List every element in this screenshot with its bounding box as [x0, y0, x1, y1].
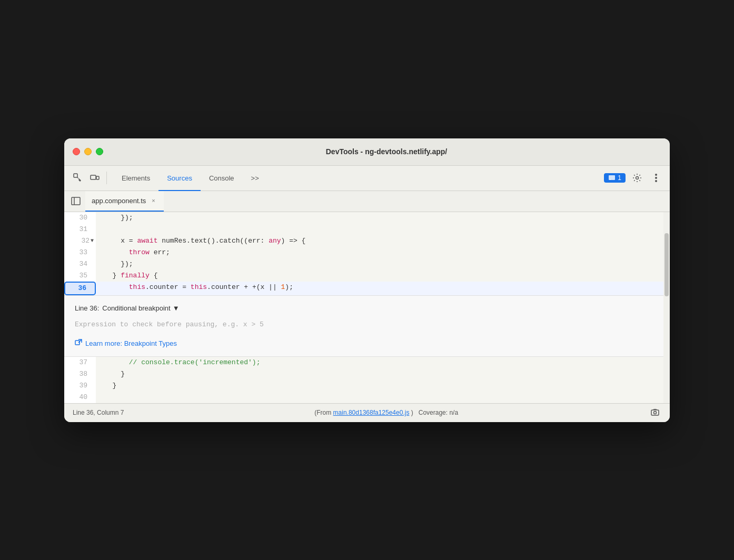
editor-container: 30 }); 31 32 ▼ x = await numRes.text().c…	[64, 212, 670, 403]
status-source-info: (From main.80d1368fa125e4e0.js ) Coverag…	[124, 409, 649, 416]
line-number-36: 36	[64, 282, 96, 295]
svg-rect-11	[651, 410, 659, 415]
code-line-31: 31	[64, 224, 663, 235]
inspect-icon	[73, 173, 83, 183]
minimize-button[interactable]	[84, 148, 92, 155]
external-link-icon	[75, 339, 82, 348]
svg-rect-0	[74, 174, 77, 177]
more-menu-icon	[655, 174, 657, 182]
status-coverage: Coverage: n/a	[419, 409, 458, 416]
line-content-39: }	[96, 380, 663, 392]
code-line-39: 39 }	[64, 380, 663, 392]
device-toolbar-button[interactable]	[87, 171, 102, 185]
breakpoint-panel: Line 36: Conditional breakpoint ▼ Learn	[64, 295, 663, 357]
screenshot-button[interactable]	[649, 406, 661, 419]
status-from-label: (From	[314, 409, 331, 416]
scrollbar-thumb[interactable]	[664, 233, 669, 296]
status-from-suffix: )	[411, 409, 413, 416]
line-number-32: 32 ▼	[64, 235, 96, 247]
code-line-32: 32 ▼ x = await numRes.text().catch((err:…	[64, 235, 663, 247]
svg-point-4	[636, 177, 639, 179]
line-content-33: throw err;	[96, 247, 663, 258]
line-content-38: }	[96, 368, 663, 380]
sidebar-toggle-icon	[71, 197, 81, 205]
devtools-toolbar: Elements Sources Console >> 1	[64, 166, 670, 191]
line-number-37: 37	[64, 357, 96, 368]
svg-point-6	[655, 177, 657, 179]
file-tab-app-component[interactable]: app.component.ts ×	[85, 191, 164, 212]
tab-more[interactable]: >>	[243, 166, 267, 191]
device-icon	[90, 173, 100, 183]
settings-icon	[632, 173, 642, 183]
traffic-lights	[73, 148, 103, 155]
settings-button[interactable]	[630, 171, 644, 185]
line-number-39: 39	[64, 380, 96, 392]
line-content-31	[96, 224, 663, 235]
toolbar-divider	[106, 172, 107, 184]
svg-point-5	[655, 174, 657, 176]
code-line-36: 36 this.counter = this.counter + +(x || …	[64, 282, 663, 295]
tab-elements[interactable]: Elements	[113, 166, 158, 191]
breakpoint-header: Line 36: Conditional breakpoint ▼	[75, 304, 653, 312]
sidebar-toggle-button[interactable]	[68, 194, 83, 208]
titlebar: DevTools - ng-devtools.netlify.app/	[64, 138, 670, 166]
line-content-37: // console.trace('incremented');	[96, 357, 663, 368]
code-line-37: 37 // console.trace('incremented');	[64, 357, 663, 368]
code-line-34: 34 });	[64, 258, 663, 270]
breakpoint-expression-input[interactable]	[75, 318, 653, 331]
line-number-40: 40	[64, 392, 96, 403]
line-content-40	[96, 392, 663, 403]
svg-point-7	[655, 180, 657, 182]
code-line-35: 35 } finally {	[64, 270, 663, 282]
line-number-31: 31	[64, 224, 96, 235]
svg-rect-1	[91, 175, 96, 179]
code-line-40: 40	[64, 392, 663, 403]
screenshot-icon	[651, 408, 659, 417]
line-content-30: });	[96, 212, 663, 224]
line-number-35: 35	[64, 270, 96, 282]
line-content-32: x = await numRes.text().catch((err: any)…	[96, 235, 663, 247]
code-editor[interactable]: 30 }); 31 32 ▼ x = await numRes.text().c…	[64, 212, 663, 403]
line-number-33: 33	[64, 247, 96, 258]
breakpoint-line-label: Line 36:	[75, 304, 99, 312]
close-button[interactable]	[73, 148, 80, 155]
breakpoint-learn-more-link[interactable]: Learn more: Breakpoint Types	[85, 339, 177, 347]
line-number-38: 38	[64, 368, 96, 380]
breakpoint-link-row: Learn more: Breakpoint Types	[75, 339, 653, 348]
status-bar: Line 36, Column 7 (From main.80d1368fa12…	[64, 403, 670, 422]
code-line-33: 33 throw err;	[64, 247, 663, 258]
inspect-element-button[interactable]	[71, 171, 85, 185]
line-content-36: this.counter = this.counter + +(x || 1);	[96, 282, 663, 295]
svg-point-12	[654, 412, 657, 414]
status-right	[649, 406, 661, 419]
file-tabbar: app.component.ts ×	[64, 191, 670, 212]
file-tab-close-button[interactable]: ×	[149, 196, 157, 205]
devtools-window: DevTools - ng-devtools.netlify.app/ Elem…	[64, 138, 670, 422]
tab-sources[interactable]: Sources	[158, 166, 201, 191]
file-tab-label: app.component.ts	[92, 197, 146, 205]
code-line-38: 38 }	[64, 368, 663, 380]
breakpoint-dropdown-arrow: ▼	[173, 304, 180, 312]
message-badge[interactable]: 1	[604, 173, 626, 183]
breakpoint-type-label: Conditional breakpoint	[102, 304, 170, 312]
line-number-34: 34	[64, 258, 96, 270]
status-source-file-link[interactable]: main.80d1368fa125e4e0.js	[333, 409, 410, 416]
code-line-30: 30 });	[64, 212, 663, 224]
maximize-button[interactable]	[96, 148, 103, 155]
line-content-35: } finally {	[96, 270, 663, 282]
svg-rect-3	[609, 175, 615, 180]
svg-rect-2	[96, 176, 99, 179]
scrollbar[interactable]	[663, 212, 670, 403]
tab-console[interactable]: Console	[201, 166, 243, 191]
line-number-30: 30	[64, 212, 96, 224]
breakpoint-type-dropdown[interactable]: Conditional breakpoint ▼	[102, 304, 179, 312]
more-menu-button[interactable]	[649, 171, 663, 185]
window-title: DevTools - ng-devtools.netlify.app/	[112, 147, 661, 156]
svg-rect-8	[72, 197, 80, 205]
toolbar-tabs: Elements Sources Console >>	[113, 166, 267, 191]
toolbar-right: 1	[604, 171, 663, 185]
message-icon	[608, 174, 616, 182]
status-position: Line 36, Column 7	[73, 409, 124, 416]
line-content-34: });	[96, 258, 663, 270]
